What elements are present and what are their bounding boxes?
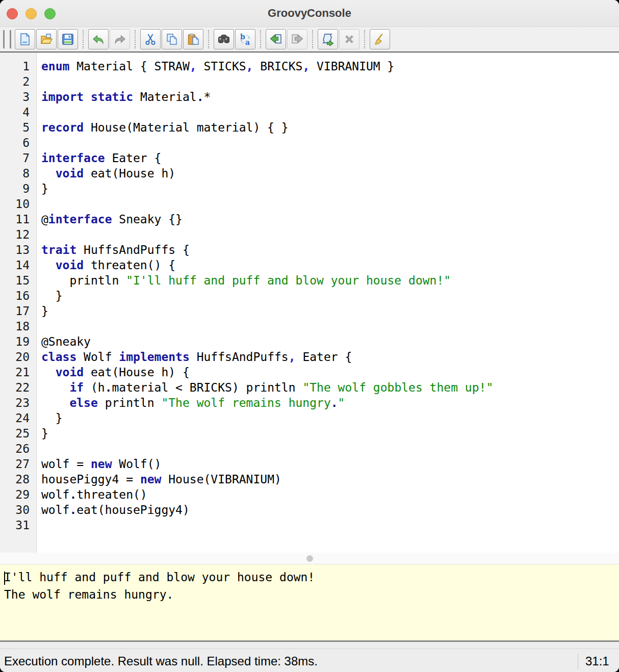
status-message: Execution complete. Result was null. Ela… bbox=[0, 654, 578, 668]
interrupt-icon bbox=[343, 33, 356, 46]
window-title: GroovyConsole bbox=[0, 0, 619, 27]
save-file-button[interactable] bbox=[58, 29, 78, 49]
line-number: 22 bbox=[0, 380, 30, 395]
cut-icon bbox=[144, 33, 157, 46]
open-file-icon bbox=[40, 33, 53, 46]
line-number: 2 bbox=[0, 74, 30, 89]
code-line bbox=[41, 135, 619, 150]
code-line bbox=[41, 74, 619, 89]
history-previous-icon bbox=[269, 33, 282, 46]
code-line: else println "The wolf remains hungry." bbox=[41, 395, 619, 410]
text-caret bbox=[4, 572, 5, 585]
code-line: class Wolf implements HuffsAndPuffs, Eat… bbox=[41, 349, 619, 365]
code-line bbox=[41, 227, 619, 242]
svg-text:a: a bbox=[245, 38, 250, 46]
code-area[interactable]: enum Material { STRAW, STICKS, BRICKS, V… bbox=[37, 53, 619, 553]
title-bar: GroovyConsole bbox=[0, 0, 619, 27]
line-number: 29 bbox=[0, 487, 30, 502]
redo-icon bbox=[113, 33, 126, 46]
toolbar-separator bbox=[208, 30, 209, 48]
line-number: 9 bbox=[0, 181, 30, 196]
toolbar-separator bbox=[364, 30, 365, 48]
line-number: 13 bbox=[0, 242, 30, 257]
code-line: @Sneaky bbox=[41, 334, 619, 349]
code-line: record House(Material material) { } bbox=[41, 120, 619, 135]
line-number: 1 bbox=[0, 59, 30, 74]
find-replace-icon: b a bbox=[239, 33, 252, 46]
undo-icon bbox=[92, 33, 105, 46]
code-line bbox=[41, 196, 619, 212]
output-area[interactable]: I'll huff and puff and blow your house d… bbox=[0, 564, 619, 642]
history-previous-button[interactable] bbox=[266, 29, 286, 49]
close-button[interactable] bbox=[7, 8, 18, 19]
code-line bbox=[41, 319, 619, 334]
code-line: void eat(House h) bbox=[41, 166, 619, 181]
line-number: 6 bbox=[0, 135, 30, 150]
code-line: } bbox=[41, 410, 619, 426]
line-number: 4 bbox=[0, 105, 30, 120]
code-line bbox=[41, 105, 619, 120]
interrupt-button[interactable] bbox=[339, 29, 359, 49]
line-number: 20 bbox=[0, 349, 30, 365]
line-number: 18 bbox=[0, 319, 30, 334]
line-number: 30 bbox=[0, 502, 30, 518]
zoom-button[interactable] bbox=[44, 8, 56, 19]
code-editor: 1234567891011121314151617181920212223242… bbox=[0, 53, 619, 553]
line-number: 12 bbox=[0, 227, 30, 242]
line-number: 28 bbox=[0, 472, 30, 487]
line-number: 31 bbox=[0, 518, 30, 533]
traffic-light-buttons bbox=[7, 8, 56, 19]
find-replace-button[interactable]: b a bbox=[235, 29, 255, 49]
undo-button[interactable] bbox=[88, 29, 109, 49]
clear-output-button[interactable] bbox=[370, 29, 390, 49]
groovy-console-window: GroovyConsole bbox=[0, 0, 619, 672]
line-number: 27 bbox=[0, 456, 30, 472]
clear-output-icon bbox=[373, 33, 386, 46]
line-number-gutter: 1234567891011121314151617181920212223242… bbox=[0, 53, 37, 553]
code-line: import static Material.* bbox=[41, 89, 619, 105]
find-button[interactable] bbox=[214, 29, 234, 49]
line-number: 8 bbox=[0, 166, 30, 181]
line-number: 19 bbox=[0, 334, 30, 349]
history-next-button[interactable] bbox=[287, 29, 307, 49]
code-line: enum Material { STRAW, STICKS, BRICKS, V… bbox=[41, 59, 619, 74]
code-line: } bbox=[41, 181, 619, 196]
caret-position: 31:1 bbox=[585, 654, 619, 668]
code-line: } bbox=[41, 426, 619, 441]
code-line: housePiggy4 = new House(VIBRANIUM) bbox=[41, 472, 619, 487]
status-divider bbox=[578, 654, 578, 669]
code-line: void threaten() { bbox=[41, 257, 619, 273]
paste-icon bbox=[187, 33, 200, 46]
code-line: interface Eater { bbox=[41, 150, 619, 166]
find-icon bbox=[217, 33, 230, 46]
output-line: The wolf remains hungry. bbox=[4, 586, 619, 603]
line-number: 26 bbox=[0, 441, 30, 456]
code-line bbox=[41, 441, 619, 456]
save-icon bbox=[61, 33, 74, 46]
execute-script-button[interactable] bbox=[318, 29, 338, 49]
toolbar-drag-handle[interactable] bbox=[3, 30, 11, 48]
line-number: 5 bbox=[0, 120, 30, 135]
code-line: trait HuffsAndPuffs { bbox=[41, 242, 619, 257]
copy-button[interactable] bbox=[162, 29, 182, 49]
code-line: wolf.eat(housePiggy4) bbox=[41, 502, 619, 518]
line-number: 11 bbox=[0, 212, 30, 227]
open-file-button[interactable] bbox=[36, 29, 57, 49]
code-line: void eat(House h) { bbox=[41, 365, 619, 380]
code-line bbox=[41, 518, 619, 533]
paste-button[interactable] bbox=[183, 29, 203, 49]
code-line: @interface Sneaky {} bbox=[41, 212, 619, 227]
line-number: 24 bbox=[0, 410, 30, 426]
line-number: 21 bbox=[0, 365, 30, 380]
cut-button[interactable] bbox=[140, 29, 161, 49]
split-pane-divider[interactable] bbox=[0, 553, 619, 564]
line-number: 16 bbox=[0, 288, 30, 303]
redo-button[interactable] bbox=[110, 29, 130, 49]
new-file-button[interactable] bbox=[15, 29, 35, 49]
minimize-button[interactable] bbox=[25, 8, 37, 19]
code-line: wolf = new Wolf() bbox=[41, 456, 619, 472]
splitter-grip-icon bbox=[306, 555, 313, 562]
line-number: 23 bbox=[0, 395, 30, 410]
toolbar-separator bbox=[260, 30, 261, 48]
toolbar: b a bbox=[0, 27, 619, 53]
